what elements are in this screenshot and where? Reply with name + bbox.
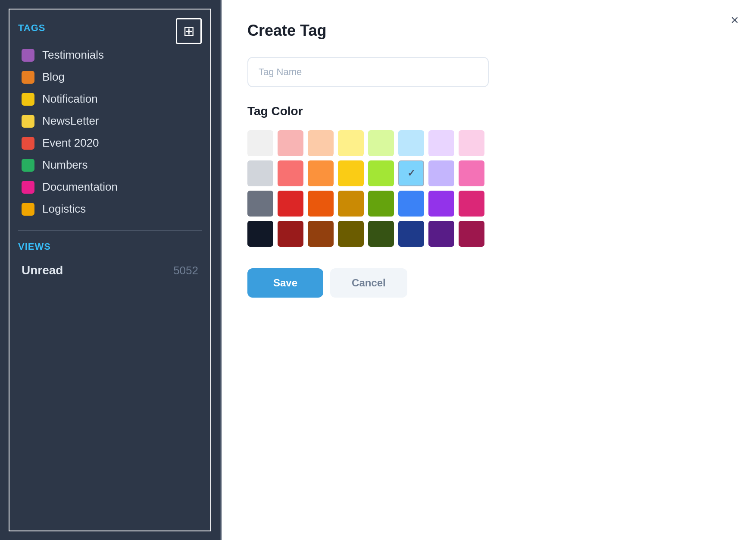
color-swatch-1-6[interactable] xyxy=(428,160,454,186)
tag-label-notification: Notification xyxy=(42,92,98,106)
color-swatch-1-1[interactable] xyxy=(278,160,303,186)
create-tag-modal: × Create Tag Tag Color Save Cancel xyxy=(222,0,756,540)
tag-color-testimonials xyxy=(22,49,34,62)
color-swatch-3-0[interactable] xyxy=(247,221,273,247)
tag-item-testimonials[interactable]: Testimonials xyxy=(18,44,202,66)
views-section: VIEWS Unread 5052 xyxy=(18,241,202,282)
color-swatch-0-5[interactable] xyxy=(398,130,424,156)
tag-item-notification[interactable]: Notification xyxy=(18,88,202,110)
tag-label-documentation: Documentation xyxy=(42,180,118,194)
color-swatch-1-2[interactable] xyxy=(308,160,334,186)
color-swatch-0-0[interactable] xyxy=(247,130,273,156)
tag-color-blog xyxy=(22,71,34,84)
color-swatch-0-4[interactable] xyxy=(368,130,394,156)
color-swatch-3-3[interactable] xyxy=(338,221,364,247)
tag-item-numbers[interactable]: Numbers xyxy=(18,154,202,176)
tag-color-event2020 xyxy=(22,137,34,150)
tags-sidebar: TAGS ⊞ Testimonials Blog Notification Ne… xyxy=(9,9,211,531)
color-swatch-1-0[interactable] xyxy=(247,160,273,186)
color-swatch-2-6[interactable] xyxy=(428,191,454,217)
color-swatch-2-4[interactable] xyxy=(368,191,394,217)
tags-section-title: TAGS xyxy=(18,22,202,34)
color-swatch-0-3[interactable] xyxy=(338,130,364,156)
color-swatch-2-2[interactable] xyxy=(308,191,334,217)
color-swatch-0-1[interactable] xyxy=(278,130,303,156)
color-grid xyxy=(247,130,730,247)
close-button[interactable]: × xyxy=(731,13,739,27)
color-swatch-0-7[interactable] xyxy=(459,130,484,156)
view-item-unread[interactable]: Unread 5052 xyxy=(18,259,202,282)
color-swatch-0-6[interactable] xyxy=(428,130,454,156)
color-swatch-2-0[interactable] xyxy=(247,191,273,217)
color-swatch-2-3[interactable] xyxy=(338,191,364,217)
tag-item-documentation[interactable]: Documentation xyxy=(18,176,202,198)
tag-item-logistics[interactable]: Logistics xyxy=(18,198,202,220)
modal-title: Create Tag xyxy=(247,22,730,40)
tag-color-documentation xyxy=(22,181,34,194)
view-unread-count: 5052 xyxy=(173,264,198,277)
modal-actions: Save Cancel xyxy=(247,268,730,298)
tag-label-newsletter: NewsLetter xyxy=(42,114,99,128)
color-swatch-0-2[interactable] xyxy=(308,130,334,156)
color-swatch-1-5[interactable] xyxy=(398,160,424,186)
sidebar-divider xyxy=(18,230,202,231)
views-section-title: VIEWS xyxy=(18,241,202,252)
tag-color-label: Tag Color xyxy=(247,104,730,118)
color-swatch-1-7[interactable] xyxy=(459,160,484,186)
color-swatch-3-1[interactable] xyxy=(278,221,303,247)
view-unread-label: Unread xyxy=(22,264,63,277)
tag-item-event2020[interactable]: Event 2020 xyxy=(18,132,202,154)
tag-color-numbers xyxy=(22,159,34,172)
save-button[interactable]: Save xyxy=(247,268,323,298)
tag-label-numbers: Numbers xyxy=(42,158,87,172)
color-swatch-2-7[interactable] xyxy=(459,191,484,217)
tag-item-blog[interactable]: Blog xyxy=(18,66,202,88)
tag-name-input[interactable] xyxy=(247,57,489,87)
color-swatch-1-4[interactable] xyxy=(368,160,394,186)
tag-list: Testimonials Blog Notification NewsLette… xyxy=(18,44,202,220)
tag-label-logistics: Logistics xyxy=(42,202,86,216)
color-swatch-3-6[interactable] xyxy=(428,221,454,247)
color-swatch-3-4[interactable] xyxy=(368,221,394,247)
color-swatch-3-2[interactable] xyxy=(308,221,334,247)
color-swatch-2-5[interactable] xyxy=(398,191,424,217)
cancel-button[interactable]: Cancel xyxy=(330,268,407,298)
tag-color-newsletter xyxy=(22,115,34,128)
color-swatch-3-7[interactable] xyxy=(459,221,484,247)
tag-label-testimonials: Testimonials xyxy=(42,48,104,62)
tag-color-notification xyxy=(22,93,34,106)
tag-label-event2020: Event 2020 xyxy=(42,136,99,150)
tag-item-newsletter[interactable]: NewsLetter xyxy=(18,110,202,132)
color-swatch-3-5[interactable] xyxy=(398,221,424,247)
tag-color-logistics xyxy=(22,203,34,216)
color-swatch-2-1[interactable] xyxy=(278,191,303,217)
add-icon: ⊞ xyxy=(183,23,195,39)
tag-label-blog: Blog xyxy=(42,70,65,84)
color-swatch-1-3[interactable] xyxy=(338,160,364,186)
add-tag-button[interactable]: ⊞ xyxy=(176,18,202,44)
